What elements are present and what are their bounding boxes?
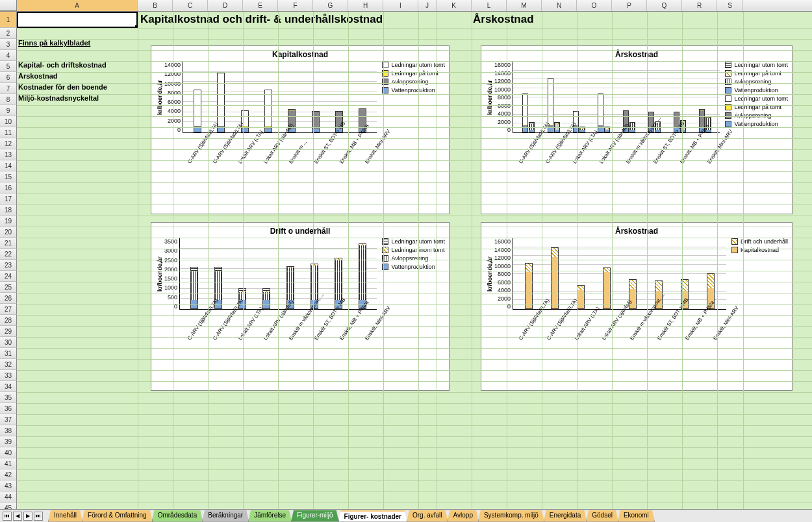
- row-header-44[interactable]: 44: [0, 491, 17, 503]
- row-header-20[interactable]: 20: [0, 227, 17, 238]
- row-header-38[interactable]: 38: [0, 425, 17, 436]
- chart-title: Kapitalkostnad: [155, 50, 445, 59]
- col-header-Q[interactable]: Q: [647, 0, 682, 11]
- sheet-tab[interactable]: Beräkningar: [202, 510, 249, 522]
- row-header-23[interactable]: 23: [0, 260, 17, 271]
- col-header-E[interactable]: E: [243, 0, 278, 11]
- row-header-7[interactable]: 7: [0, 83, 17, 94]
- sheet-tab[interactable]: Systemkomp. miljö: [478, 510, 544, 522]
- row-header-22[interactable]: 22: [0, 249, 17, 260]
- sheet-tab[interactable]: Energidata: [544, 510, 587, 522]
- select-all-corner[interactable]: [0, 0, 17, 11]
- sheet-tab[interactable]: Ekonomi: [618, 510, 655, 522]
- sheet-tab[interactable]: Förord & Omfattning: [82, 510, 153, 522]
- column-headers: ABCDEFGHIJKLMNOPQRS: [0, 0, 812, 12]
- col-header-I[interactable]: I: [383, 0, 418, 11]
- sheet-tabs: InnehållFörord & OmfattningOmrådesdataBe…: [48, 510, 654, 522]
- sheet-tab[interactable]: Figurer- kostnader: [338, 510, 407, 522]
- row-header-33[interactable]: 33: [0, 370, 17, 381]
- row-headers: 1234567891011121314151617181920212223242…: [0, 12, 17, 514]
- row-header-41[interactable]: 41: [0, 458, 17, 469]
- chart-arskostnad-stacked[interactable]: Årskostnadkr/boende,år160001400012000100…: [481, 45, 793, 214]
- heading-left: Kapitalkostnad och drift- & underhållsko…: [140, 13, 383, 26]
- row-header-1[interactable]: 1: [0, 12, 17, 28]
- tab-prev-button[interactable]: ◀: [13, 512, 22, 521]
- col-header-J[interactable]: J: [418, 0, 437, 11]
- col-header-C[interactable]: C: [173, 0, 208, 11]
- sheet-tab[interactable]: Figurer-miljö: [291, 510, 339, 522]
- spreadsheet-grid[interactable]: Kapitalkostnad och drift- & underhållsko…: [17, 12, 812, 509]
- row-header-4[interactable]: 4: [0, 50, 17, 61]
- row-header-9[interactable]: 9: [0, 105, 17, 116]
- row-header-34[interactable]: 34: [0, 381, 17, 392]
- row-header-25[interactable]: 25: [0, 282, 17, 293]
- tab-first-button[interactable]: ⏮: [3, 512, 12, 521]
- row-header-15[interactable]: 15: [0, 171, 17, 182]
- row-header-18[interactable]: 18: [0, 205, 17, 216]
- row-header-40[interactable]: 40: [0, 447, 17, 458]
- row-header-11[interactable]: 11: [0, 127, 17, 138]
- row-header-6[interactable]: 6: [0, 72, 17, 83]
- row-header-24[interactable]: 24: [0, 271, 17, 282]
- row-header-14[interactable]: 14: [0, 160, 17, 171]
- row-header-29[interactable]: 29: [0, 326, 17, 337]
- row-header-37[interactable]: 37: [0, 414, 17, 425]
- row-header-2[interactable]: 2: [0, 28, 17, 39]
- sheet-tab[interactable]: Avlopp: [448, 510, 479, 522]
- chart-kapitalkostnad[interactable]: Kapitalkostnadkr/boende,år14000120001000…: [151, 45, 450, 214]
- sidebar-title: Finns på kalkylbladet: [18, 39, 90, 47]
- row-header-43[interactable]: 43: [0, 480, 17, 491]
- chart-title: Drift o underhåll: [155, 227, 445, 236]
- col-header-L[interactable]: L: [472, 0, 507, 11]
- col-header-K[interactable]: K: [437, 0, 472, 11]
- col-header-R[interactable]: R: [682, 0, 717, 11]
- col-header-S[interactable]: S: [717, 0, 743, 11]
- row-header-3[interactable]: 3: [0, 39, 17, 50]
- row-header-8[interactable]: 8: [0, 94, 17, 105]
- row-header-42[interactable]: 42: [0, 469, 17, 480]
- sheet-tab[interactable]: Jämförelse: [248, 510, 292, 522]
- col-header-N[interactable]: N: [542, 0, 577, 11]
- row-header-5[interactable]: 5: [0, 61, 17, 72]
- col-header-A[interactable]: A: [17, 0, 138, 11]
- col-header-P[interactable]: P: [612, 0, 647, 11]
- sheet-tab-bar: ⏮ ◀ ▶ ⏭ InnehållFörord & OmfattningOmråd…: [0, 509, 812, 522]
- row-header-39[interactable]: 39: [0, 436, 17, 447]
- row-header-17[interactable]: 17: [0, 193, 17, 205]
- row-header-21[interactable]: 21: [0, 238, 17, 249]
- row-header-19[interactable]: 19: [0, 216, 17, 227]
- row-header-10[interactable]: 10: [0, 116, 17, 127]
- row-header-35[interactable]: 35: [0, 392, 17, 403]
- row-header-13[interactable]: 13: [0, 149, 17, 160]
- chart-arskostnad-total[interactable]: Årskostnadkr/boende,år160001400012000100…: [481, 222, 793, 391]
- col-header-G[interactable]: G: [313, 0, 348, 11]
- sheet-tab[interactable]: Innehåll: [48, 510, 82, 522]
- row-header-12[interactable]: 12: [0, 138, 17, 149]
- heading-right: Årskostnad: [473, 13, 534, 26]
- row-header-26[interactable]: 26: [0, 293, 17, 304]
- col-header-M[interactable]: M: [507, 0, 542, 11]
- col-header-B[interactable]: B: [138, 0, 173, 11]
- tab-nav: ⏮ ◀ ▶ ⏭: [0, 512, 45, 521]
- tab-last-button[interactable]: ⏭: [34, 512, 43, 521]
- sidebar-item: Kostnader för den boende: [18, 83, 107, 91]
- tab-next-button[interactable]: ▶: [23, 512, 32, 521]
- row-header-31[interactable]: 31: [0, 348, 17, 359]
- col-header-O[interactable]: O: [577, 0, 612, 11]
- row-header-36[interactable]: 36: [0, 403, 17, 414]
- row-header-27[interactable]: 27: [0, 304, 17, 315]
- row-header-28[interactable]: 28: [0, 315, 17, 326]
- row-header-30[interactable]: 30: [0, 337, 17, 348]
- sheet-tab[interactable]: Org. avfall: [407, 510, 448, 522]
- sheet-tab[interactable]: Gödsel: [586, 510, 618, 522]
- row-header-32[interactable]: 32: [0, 359, 17, 370]
- col-header-D[interactable]: D: [208, 0, 243, 11]
- col-header-F[interactable]: F: [278, 0, 313, 11]
- sidebar-item: Kapital- och driftskostnad: [18, 61, 107, 69]
- row-header-16[interactable]: 16: [0, 182, 17, 193]
- col-header-H[interactable]: H: [348, 0, 383, 11]
- active-cell[interactable]: [17, 12, 138, 28]
- chart-drift-underhall[interactable]: Drift o underhållkr/boende,år35003000250…: [151, 222, 450, 391]
- sheet-tab[interactable]: Områdesdata: [152, 510, 203, 522]
- sidebar-item: Miljö-kostnadsnyckeltal: [18, 94, 99, 102]
